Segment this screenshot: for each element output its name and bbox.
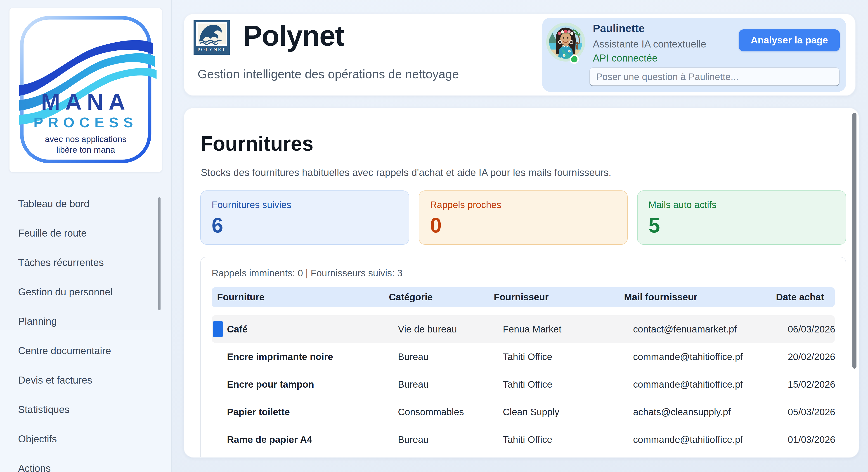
column-header-fourniture: Fourniture xyxy=(212,292,388,303)
assistant-api-status: API connectée xyxy=(593,53,657,64)
sidebar: MANA PROCESS avec nos applications libèr… xyxy=(0,0,172,472)
mana-process-logo-icon: MANA PROCESS avec nos applications libèr… xyxy=(11,10,160,169)
sidebar-item-gestion-du-personnel[interactable]: Gestion du personnel xyxy=(0,277,172,307)
sidebar-item-centre-documentaire[interactable]: Centre documentaire xyxy=(0,336,172,365)
header-card: POLYNET Polynet Gestion intelligente des… xyxy=(184,13,856,96)
logo-line1: MANA xyxy=(41,89,130,114)
table-row[interactable]: Encre imprimante noire Bureau Tahiti Off… xyxy=(212,343,835,371)
cell-fourniture: Papier toilette xyxy=(212,406,388,417)
sidebar-nav: Tableau de bord Feuille de route Tâches … xyxy=(0,189,172,472)
cell-fourniture: Encre pour tampon xyxy=(212,379,388,390)
sidebar-item-tableau-de-bord[interactable]: Tableau de bord xyxy=(0,189,172,218)
assistant-avatar-icon xyxy=(546,22,586,62)
table-info-bar: Rappels imminents: 0 | Fournisseurs suiv… xyxy=(212,267,835,279)
cell-fournisseur: Clean Supply xyxy=(493,406,623,417)
column-header-mail: Mail fournisseur xyxy=(623,292,768,303)
logo-tagline1: avec nos applications xyxy=(45,134,127,144)
stat-value: 0 xyxy=(430,214,616,237)
cell-fournisseur: Fenua Market xyxy=(493,324,623,334)
cell-categorie: Bureau xyxy=(388,379,493,390)
stat-label: Rappels proches xyxy=(430,200,616,210)
sidebar-item-devis-et-factures[interactable]: Devis et factures xyxy=(0,365,172,395)
polynet-logo-caption: POLYNET xyxy=(197,47,226,52)
polynet-logo-icon: POLYNET xyxy=(193,20,230,55)
table-body: Café Vie de bureau Fenua Market contact@… xyxy=(212,315,835,458)
main-card-scrollbar[interactable] xyxy=(852,113,857,368)
column-header-fournisseur: Fournisseur xyxy=(493,292,623,303)
sidebar-item-actions[interactable]: Actions xyxy=(0,454,172,472)
fournitures-card: Fournitures Stocks des fournitures habit… xyxy=(184,108,859,458)
sidebar-item-planning[interactable]: Planning xyxy=(0,307,172,336)
cell-categorie: Consommables xyxy=(388,406,493,417)
assistant-role: Assistante IA contextuelle xyxy=(593,38,706,50)
assistant-name: Paulinette xyxy=(593,22,645,35)
assistant-question-input[interactable] xyxy=(589,67,840,86)
stat-card-rappels-proches: Rappels proches 0 xyxy=(419,190,628,245)
cell-mail: commande@tahitioffice.pf xyxy=(623,379,768,390)
cell-fournisseur: Tahiti Office xyxy=(493,434,623,445)
page-title: Polynet xyxy=(243,19,344,53)
cell-categorie: Bureau xyxy=(388,434,493,445)
fournitures-table: Rappels imminents: 0 | Fournisseurs suiv… xyxy=(200,257,846,458)
section-title: Fournitures xyxy=(200,132,313,156)
cell-mail: commande@tahitioffice.pf xyxy=(623,434,768,445)
cell-date: 15/02/2026 xyxy=(768,379,835,390)
cell-fournisseur: Tahiti Office xyxy=(493,379,623,390)
cell-categorie: Bureau xyxy=(388,351,493,362)
polynet-app: MANA PROCESS avec nos applications libèr… xyxy=(0,0,868,472)
analyse-page-button[interactable]: Analyser la page xyxy=(739,29,840,51)
avatar xyxy=(546,22,586,62)
online-status-dot xyxy=(570,55,579,64)
column-header-categorie: Catégorie xyxy=(388,292,493,303)
sidebar-item-taches-recurrentes[interactable]: Tâches récurrentes xyxy=(0,248,172,277)
cell-fourniture: Encre imprimante noire xyxy=(212,351,388,362)
section-subtitle: Stocks des fournitures habituelles avec … xyxy=(201,167,611,179)
logo-tagline2: libère ton mana xyxy=(56,145,115,154)
table-row[interactable]: Rame de papier A4 Bureau Tahiti Office c… xyxy=(212,425,835,453)
table-row[interactable]: Encre pour tampon Bureau Tahiti Office c… xyxy=(212,371,835,398)
column-header-date-achat: Date achat xyxy=(768,292,835,303)
assistant-panel: Paulinette Assistante IA contextuelle AP… xyxy=(542,18,846,92)
cell-fourniture: Café xyxy=(212,324,388,334)
stat-value: 5 xyxy=(648,214,835,237)
stat-value: 6 xyxy=(212,214,398,237)
logo-line2: PROCESS xyxy=(33,114,138,130)
sidebar-scrollbar[interactable] xyxy=(158,197,160,310)
selected-row-indicator xyxy=(213,321,223,337)
stat-card-fournitures-suivies: Fournitures suivies 6 xyxy=(200,190,409,245)
stats-row: Fournitures suivies 6 Rappels proches 0 … xyxy=(200,190,846,245)
sidebar-item-statistiques[interactable]: Statistiques xyxy=(0,395,172,424)
cell-date: 20/02/2026 xyxy=(768,351,835,362)
cell-mail: contact@fenuamarket.pf xyxy=(623,324,768,334)
cell-fournisseur: Tahiti Office xyxy=(493,351,623,362)
stat-label: Fournitures suivies xyxy=(212,200,398,210)
cell-date: 05/03/2026 xyxy=(768,406,835,417)
stat-label: Mails auto actifs xyxy=(648,200,835,210)
table-row[interactable]: Café Vie de bureau Fenua Market contact@… xyxy=(212,315,835,343)
cell-fourniture: Rame de papier A4 xyxy=(212,434,388,445)
cell-categorie: Vie de bureau xyxy=(388,324,493,334)
cell-mail: achats@cleansupply.pf xyxy=(623,406,768,417)
table-row[interactable]: Papier toilette Consommables Clean Suppl… xyxy=(212,398,835,425)
table-header-row: Fourniture Catégorie Fournisseur Mail fo… xyxy=(212,287,835,307)
sidebar-item-feuille-de-route[interactable]: Feuille de route xyxy=(0,218,172,248)
cell-date: 01/03/2026 xyxy=(768,434,835,445)
mana-process-logo: MANA PROCESS avec nos applications libèr… xyxy=(9,8,162,172)
table-row[interactable]: Sopalin Consommables Clean Supply achats… xyxy=(212,453,835,458)
stat-card-mails-auto-actifs: Mails auto actifs 5 xyxy=(637,190,846,245)
cell-date: 06/03/2026 xyxy=(768,324,835,334)
sidebar-item-objectifs[interactable]: Objectifs xyxy=(0,424,172,454)
cell-mail: commande@tahitioffice.pf xyxy=(623,351,768,362)
page-subtitle: Gestion intelligente des opérations de n… xyxy=(197,67,459,81)
